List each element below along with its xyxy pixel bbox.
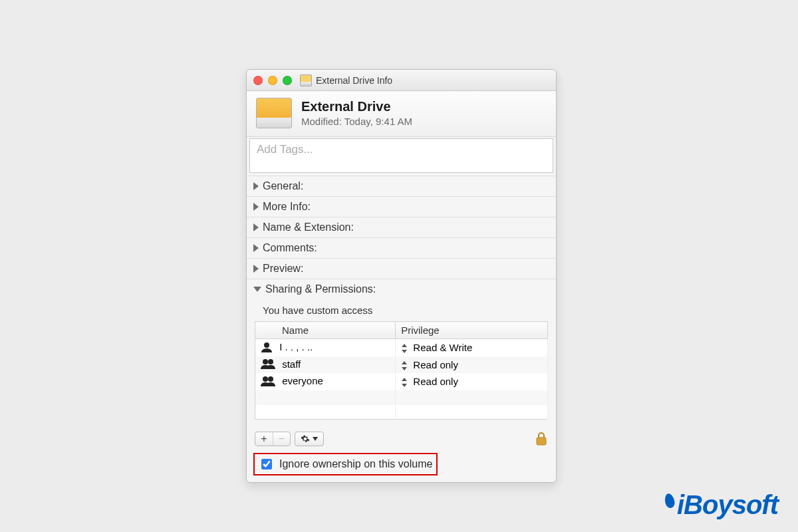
close-icon[interactable] xyxy=(253,76,263,85)
permissions-toolbar: + − xyxy=(247,426,556,450)
sharing-body: You have custom access Name Privilege I … xyxy=(247,299,556,426)
caret-down-icon xyxy=(253,287,261,292)
section-sharing[interactable]: Sharing & Permissions: xyxy=(247,279,556,299)
table-row[interactable]: staff Read only xyxy=(255,356,548,374)
caret-right-icon xyxy=(253,244,259,252)
drive-name: External Drive xyxy=(301,99,412,114)
svg-point-0 xyxy=(264,342,269,348)
permissions-table: Name Privilege I . . , . .. Read & Write xyxy=(255,321,548,420)
section-comments[interactable]: Comments: xyxy=(247,237,556,258)
watermark: iBoysoft xyxy=(665,490,778,520)
gear-icon xyxy=(301,434,310,444)
section-label: More Info: xyxy=(263,201,311,213)
privilege-cell[interactable]: Read only xyxy=(396,373,548,390)
section-label: Sharing & Permissions: xyxy=(265,283,376,295)
ignore-ownership-checkbox[interactable] xyxy=(261,459,272,469)
perm-privilege: Read & Write xyxy=(413,342,472,353)
tags-input[interactable]: Add Tags... xyxy=(249,138,553,173)
perm-privilege: Read only xyxy=(413,376,458,387)
watermark-text: iBoysoft xyxy=(677,490,778,520)
info-window: External Drive Info External Drive Modif… xyxy=(246,69,557,483)
titlebar[interactable]: External Drive Info xyxy=(247,70,556,91)
section-more-info[interactable]: More Info: xyxy=(247,196,556,217)
table-row[interactable]: everyone Read only xyxy=(255,373,548,390)
window-controls xyxy=(253,76,292,85)
svg-point-2 xyxy=(268,359,273,364)
perm-name: everyone xyxy=(282,375,323,386)
perm-name: staff xyxy=(282,358,301,370)
privilege-cell[interactable]: Read & Write xyxy=(396,339,548,356)
section-label: General: xyxy=(263,180,303,192)
info-header: External Drive Modified: Today, 9:41 AM xyxy=(247,91,556,137)
group-icon xyxy=(261,376,275,388)
col-name[interactable]: Name xyxy=(255,322,396,339)
table-row[interactable]: I . . , . .. Read & Write xyxy=(255,339,548,356)
modified-line: Modified: Today, 9:41 AM xyxy=(301,116,412,127)
caret-right-icon xyxy=(253,182,259,190)
modified-value: Today, 9:41 AM xyxy=(344,116,412,127)
group-icon xyxy=(261,358,275,371)
user-icon xyxy=(261,342,273,354)
chevron-down-icon xyxy=(313,437,318,441)
add-remove-segment: + − xyxy=(255,432,291,446)
water-drop-icon xyxy=(664,493,676,509)
add-button[interactable]: + xyxy=(255,432,273,446)
svg-point-3 xyxy=(263,376,268,382)
drive-icon-large xyxy=(256,98,292,128)
zoom-icon[interactable] xyxy=(283,76,292,85)
section-name-extension[interactable]: Name & Extension: xyxy=(247,217,556,237)
table-row-empty xyxy=(255,405,548,420)
perm-privilege: Read only xyxy=(413,359,458,370)
section-label: Preview: xyxy=(263,263,303,275)
perm-name: I . . , . .. xyxy=(279,341,313,352)
table-row-empty xyxy=(255,390,548,405)
caret-right-icon xyxy=(253,223,259,231)
privilege-cell[interactable]: Read only xyxy=(396,356,548,374)
modified-label: Modified: xyxy=(301,116,342,127)
section-label: Comments: xyxy=(263,242,317,254)
minimize-icon[interactable] xyxy=(268,76,277,85)
col-privilege[interactable]: Privilege xyxy=(396,322,548,339)
drive-icon xyxy=(300,74,312,86)
ignore-ownership-row[interactable]: Ignore ownership on this volume xyxy=(253,453,438,475)
remove-button: − xyxy=(273,432,290,446)
window-title: External Drive Info xyxy=(316,75,392,86)
svg-point-4 xyxy=(268,376,273,382)
access-note: You have custom access xyxy=(255,302,548,321)
action-menu-button[interactable] xyxy=(295,432,324,446)
section-general[interactable]: General: xyxy=(247,176,556,196)
section-preview[interactable]: Preview: xyxy=(247,258,556,279)
ignore-ownership-label: Ignore ownership on this volume xyxy=(279,458,432,470)
lock-icon[interactable] xyxy=(535,432,548,446)
caret-right-icon xyxy=(253,203,259,211)
section-label: Name & Extension: xyxy=(263,221,354,233)
svg-rect-5 xyxy=(537,438,546,445)
caret-right-icon xyxy=(253,265,259,273)
svg-point-1 xyxy=(263,359,268,364)
